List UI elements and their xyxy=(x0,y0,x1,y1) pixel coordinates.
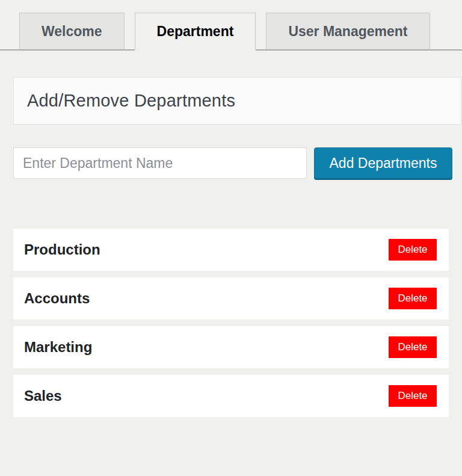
tab-bar: Welcome Department User Management xyxy=(0,0,462,51)
department-name: Marketing xyxy=(24,339,92,356)
page-title: Add/Remove Departments xyxy=(27,91,235,111)
tab-user-management-label: User Management xyxy=(288,23,407,40)
department-name: Accounts xyxy=(24,290,90,307)
department-row: Accounts Delete xyxy=(13,277,449,320)
add-department-form: Add Departments xyxy=(13,147,462,179)
tab-user-management[interactable]: User Management xyxy=(266,13,430,51)
tab-department-label: Department xyxy=(157,23,234,40)
delete-button[interactable]: Delete xyxy=(389,336,437,358)
tab-department[interactable]: Department xyxy=(135,13,256,51)
delete-button[interactable]: Delete xyxy=(389,239,437,261)
add-departments-button[interactable]: Add Departments xyxy=(314,147,452,179)
delete-button[interactable]: Delete xyxy=(389,288,437,309)
department-row: Sales Delete xyxy=(13,375,449,417)
department-list: Production Delete Accounts Delete Market… xyxy=(13,229,462,417)
department-row: Marketing Delete xyxy=(13,326,449,368)
tab-welcome[interactable]: Welcome xyxy=(19,13,125,51)
delete-button[interactable]: Delete xyxy=(389,385,437,407)
department-row: Production Delete xyxy=(13,229,449,271)
department-name: Production xyxy=(24,241,100,258)
heading-panel: Add/Remove Departments xyxy=(13,77,461,125)
department-name: Sales xyxy=(24,388,62,404)
department-name-input[interactable] xyxy=(13,147,307,179)
tab-welcome-label: Welcome xyxy=(42,23,102,40)
